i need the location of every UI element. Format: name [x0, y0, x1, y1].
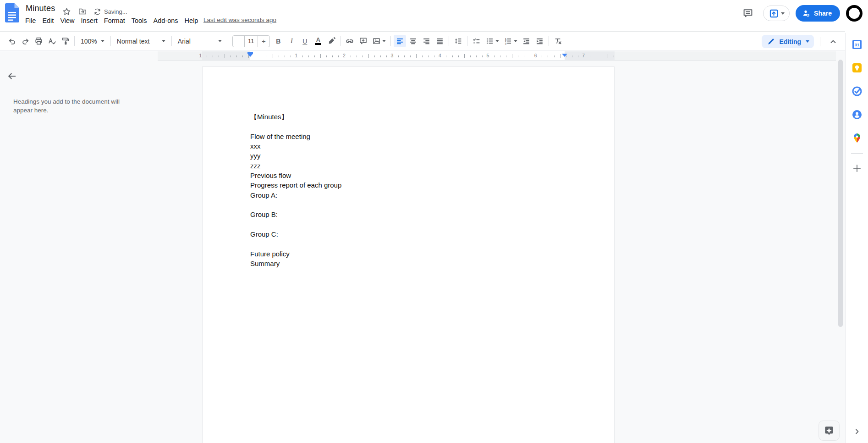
document-line[interactable]: Group B: — [250, 210, 341, 219]
menu-item[interactable]: File — [22, 15, 39, 26]
align-left-icon — [396, 37, 404, 45]
highlight-color-button[interactable] — [325, 35, 338, 47]
caret-down-icon — [514, 40, 517, 44]
present-to-meeting-button[interactable] — [763, 6, 790, 21]
hide-menus-button[interactable] — [827, 35, 839, 48]
zoom-dropdown[interactable]: 100% — [77, 35, 108, 47]
paragraph-style-dropdown[interactable]: Normal text — [113, 35, 169, 47]
document-line[interactable]: Flow of the meeting — [250, 132, 341, 141]
share-button[interactable]: Share — [796, 5, 840, 22]
spell-check-button[interactable] — [46, 35, 58, 47]
italic-button[interactable]: I — [286, 35, 298, 47]
redo-button[interactable] — [19, 35, 32, 47]
mode-dropdown[interactable]: Editing — [762, 35, 814, 48]
share-lock-icon — [802, 9, 810, 17]
ruler-number: 1 — [295, 53, 297, 58]
tasks-icon[interactable] — [852, 86, 862, 96]
svg-text:31: 31 — [854, 42, 859, 47]
insert-link-button[interactable] — [344, 35, 356, 47]
insert-image-button[interactable] — [370, 35, 388, 47]
caret-down-icon — [806, 40, 809, 44]
document-line[interactable]: Progress report of each group — [250, 180, 341, 190]
move-folder-icon — [78, 7, 87, 16]
keep-icon[interactable] — [852, 63, 862, 73]
document-title[interactable]: Minutes — [26, 4, 55, 13]
decrease-indent-button[interactable] — [520, 35, 533, 47]
align-right-button[interactable] — [420, 35, 433, 47]
clear-formatting-button[interactable] — [552, 35, 564, 47]
document-line[interactable]: Previous flow — [250, 171, 341, 180]
maps-icon[interactable] — [852, 133, 862, 143]
menu-item[interactable]: Edit — [39, 15, 57, 26]
print-button[interactable] — [33, 35, 45, 47]
decrease-font-size-button[interactable]: – — [233, 36, 244, 47]
vertical-scrollbar[interactable] — [838, 60, 843, 327]
underline-button[interactable]: U — [299, 35, 311, 47]
spell-check-icon — [48, 37, 56, 45]
document-line[interactable]: Group A: — [250, 190, 341, 200]
increase-indent-button[interactable] — [533, 35, 546, 47]
menu-item[interactable]: Tools — [128, 15, 150, 26]
calendar-icon[interactable]: 31 — [852, 39, 862, 50]
font-family-dropdown[interactable]: Arial — [174, 35, 225, 47]
document-page[interactable]: 【Minutes】 Flow of the meetingxxxyyyzzzPr… — [202, 66, 615, 443]
sidebar-divider — [851, 153, 863, 154]
document-line[interactable] — [250, 200, 341, 210]
menu-item[interactable]: Insert — [78, 15, 101, 26]
underline-icon: U — [302, 38, 307, 45]
document-line[interactable]: Summary — [250, 259, 341, 268]
text-color-button[interactable]: A — [312, 35, 324, 47]
document-text[interactable]: 【Minutes】 Flow of the meetingxxxyyyzzzPr… — [250, 112, 341, 269]
menu-item[interactable]: Help — [181, 15, 202, 26]
google-docs-window: Minutes Saving... — [0, 0, 868, 443]
document-line[interactable]: 【Minutes】 — [250, 112, 341, 122]
numbered-list-button[interactable]: 1 2 3 — [502, 35, 519, 47]
document-line[interactable] — [250, 239, 341, 249]
bulleted-list-button[interactable] — [483, 35, 501, 47]
checklist-button[interactable] — [470, 35, 483, 47]
left-indent-marker[interactable] — [247, 52, 253, 57]
menu-item[interactable]: View — [57, 15, 77, 26]
document-line[interactable]: xxx — [250, 141, 341, 151]
font-size-input[interactable]: 11 — [244, 36, 258, 47]
last-edit-link[interactable]: Last edit was seconds ago — [203, 17, 276, 23]
bold-button[interactable]: B — [272, 35, 285, 47]
align-center-button[interactable] — [407, 35, 419, 47]
get-add-ons-button[interactable] — [852, 164, 862, 173]
companion-sidebar: 31 — [845, 33, 868, 443]
menu-item[interactable]: Add-ons — [150, 15, 181, 26]
ruler: 11234567 — [158, 51, 836, 61]
increase-font-size-button[interactable]: + — [258, 36, 269, 47]
toolbar-divider — [820, 37, 820, 46]
caret-down-icon — [218, 40, 222, 44]
menu-item[interactable]: Format — [101, 15, 128, 26]
star-icon — [62, 7, 71, 16]
line-spacing-button[interactable] — [452, 35, 464, 47]
account-avatar[interactable] — [846, 5, 863, 22]
document-line[interactable] — [250, 220, 341, 229]
link-icon — [345, 37, 354, 46]
docs-logo-icon[interactable] — [5, 3, 19, 22]
header: Minutes Saving... — [0, 0, 868, 31]
open-comments-button[interactable] — [739, 4, 757, 22]
contacts-icon[interactable] — [852, 110, 862, 120]
document-line[interactable]: zzz — [250, 161, 341, 171]
undo-button[interactable] — [6, 35, 18, 47]
document-line[interactable]: Group C: — [250, 229, 341, 239]
document-line[interactable]: yyy — [250, 151, 341, 161]
toolbar-divider — [467, 36, 467, 46]
close-outline-button[interactable] — [5, 70, 18, 83]
paint-format-button[interactable] — [59, 35, 71, 47]
justify-button[interactable] — [434, 35, 446, 47]
hide-sidebar-button[interactable] — [853, 427, 861, 436]
explore-button[interactable] — [819, 421, 840, 441]
add-comment-button[interactable] — [357, 35, 369, 47]
outline-placeholder: Headings you add to the document will ap… — [13, 97, 133, 115]
pencil-icon — [767, 38, 775, 45]
document-line[interactable]: Future policy — [250, 249, 341, 259]
right-indent-marker[interactable] — [562, 52, 567, 57]
toolbar-divider — [549, 36, 549, 46]
document-line[interactable] — [250, 122, 341, 131]
align-left-button[interactable] — [394, 35, 406, 47]
bulleted-list-icon — [485, 37, 494, 45]
